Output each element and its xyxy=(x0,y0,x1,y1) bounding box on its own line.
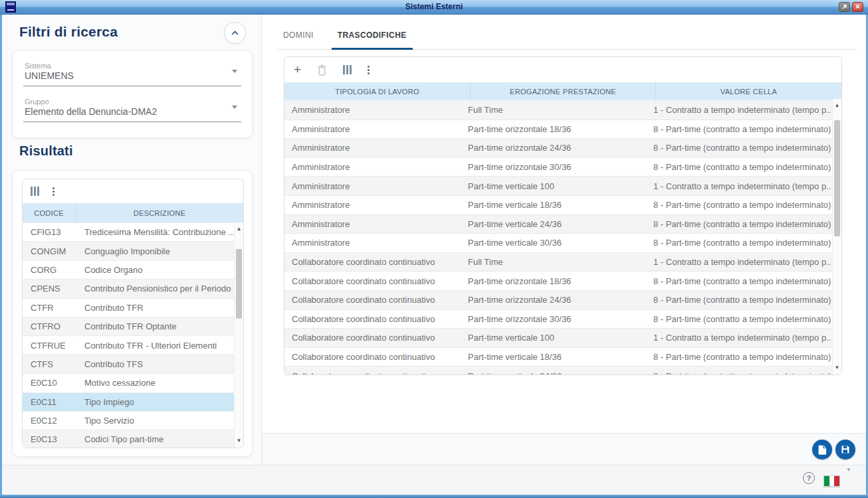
results-row[interactable]: CTFR Contributo TFR xyxy=(23,298,243,317)
help-icon: ? xyxy=(807,474,812,482)
descrizione-cell: Tredicesima Mensilità: Contribuzione ... xyxy=(76,227,234,237)
tab-domini[interactable]: DOMINI xyxy=(277,20,320,50)
descrizione-cell: Contributo Pensionistico per il Periodo xyxy=(76,284,234,293)
scroll-down-icon[interactable]: ▼ xyxy=(833,363,841,373)
trascodifiche-row[interactable]: Collaboratore coordinato continuativo Fu… xyxy=(284,252,841,272)
results-row[interactable]: E0C11 Tipo Impiego xyxy=(23,392,243,411)
results-row[interactable]: E0C12 Tipo Servizio xyxy=(23,411,243,430)
gruppo-select[interactable]: Gruppo Elemento della Denuncia-DMA2 xyxy=(23,96,241,122)
language-caret-icon[interactable]: ▾ xyxy=(847,466,850,473)
scroll-up-icon[interactable]: ▲ xyxy=(235,224,243,234)
trascodifiche-row[interactable]: Collaboratore coordinato continuativo Pa… xyxy=(284,347,841,367)
erogazione-cell: Full Time xyxy=(464,257,649,267)
results-row[interactable]: CORG Codice Organo xyxy=(23,260,243,279)
valore-cell: 8 - Part-time (contratto a tempo indeter… xyxy=(649,371,831,375)
scroll-up-icon[interactable]: ▲ xyxy=(833,101,841,110)
descrizione-cell: Motivo cessazione xyxy=(76,378,234,388)
results-row[interactable]: CONGIM Conguaglio Imponibile xyxy=(23,241,243,260)
trascodifiche-row[interactable]: Collaboratore coordinato continuativo Pa… xyxy=(284,290,841,309)
erogazione-cell: Part-time verticale 18/36 xyxy=(464,200,649,210)
tipologia-cell: Collaboratore coordinato continuativo xyxy=(284,371,464,375)
tipologia-column-header: TIPOLOGIA DI LAVORO xyxy=(284,82,471,100)
descrizione-cell: Tipo Impiego xyxy=(76,397,234,407)
help-button[interactable]: ? xyxy=(803,472,815,484)
trascodifiche-row[interactable]: Amministratore Part-time verticale 30/36… xyxy=(284,233,841,252)
sistema-select[interactable]: Sistema UNIEMENS xyxy=(23,60,241,86)
results-row[interactable]: E0C10 Motivo cessazione xyxy=(23,373,243,392)
gruppo-label: Gruppo xyxy=(25,98,240,106)
save-button[interactable] xyxy=(835,440,855,459)
trascodifiche-row[interactable]: Amministratore Part-time orizzontale 24/… xyxy=(284,138,841,157)
trascodifiche-row[interactable]: Amministratore Part-time verticale 100 1… xyxy=(284,176,841,195)
tipologia-cell: Amministratore xyxy=(284,105,464,115)
more-options-button[interactable] xyxy=(53,185,54,198)
descrizione-cell: Contributo TFR Optante xyxy=(76,321,234,331)
italy-flag-icon xyxy=(824,476,829,486)
scroll-down-icon[interactable]: ▼ xyxy=(235,436,243,446)
trascodifiche-row[interactable]: Amministratore Part-time orizzontale 30/… xyxy=(284,157,841,177)
filter-card: Sistema UNIEMENS Gruppo Elemento della D… xyxy=(12,50,253,138)
scrollbar-thumb[interactable] xyxy=(236,249,242,319)
trascodifiche-row[interactable]: Collaboratore coordinato continuativo Pa… xyxy=(284,366,841,375)
columns-icon xyxy=(343,65,352,74)
trascodifiche-row[interactable]: Amministratore Part-time orizzontale 18/… xyxy=(284,120,841,139)
descrizione-cell: Codice Organo xyxy=(76,265,234,275)
filters-title: Filtri di ricerca xyxy=(19,24,118,40)
trash-icon xyxy=(317,64,327,76)
trascodifiche-row[interactable]: Amministratore Part-time verticale 24/36… xyxy=(284,214,841,234)
restore-icon xyxy=(841,3,848,11)
dropdown-arrow-icon xyxy=(232,70,237,73)
tipologia-cell: Collaboratore coordinato continuativo xyxy=(284,257,464,267)
add-row-button[interactable]: + xyxy=(294,63,301,76)
erogazione-cell: Part-time orizzontale 18/36 xyxy=(464,276,649,286)
trascodifiche-row[interactable]: Collaboratore coordinato continuativo Pa… xyxy=(284,328,841,347)
erogazione-cell: Full Time xyxy=(464,105,649,115)
codice-cell: CPENS xyxy=(23,284,76,293)
new-document-button[interactable] xyxy=(812,440,832,459)
trascodifiche-scrollbar[interactable]: ▲ ▼ xyxy=(832,99,841,374)
results-row[interactable]: CFIG13 Tredicesima Mensilità: Contribuzi… xyxy=(23,222,243,241)
scrollbar-thumb[interactable] xyxy=(834,120,840,236)
results-row[interactable]: CTFRUE Contributo TFR - Ulteriori Elemen… xyxy=(23,335,243,354)
results-scrollbar[interactable]: ▲ ▼ xyxy=(234,222,243,448)
results-row[interactable]: CTFS Contributo TFS xyxy=(23,355,243,373)
close-window-button[interactable]: × xyxy=(852,2,863,12)
erogazione-cell: Part-time orizzontale 24/36 xyxy=(464,143,649,153)
kebab-icon xyxy=(368,66,370,74)
codice-cell: CONGIM xyxy=(23,246,76,256)
codice-column-header: CODICE xyxy=(23,203,76,222)
tab-trascodifiche[interactable]: TRASCODIFICHE xyxy=(332,20,413,50)
tipologia-cell: Amministratore xyxy=(284,200,464,210)
erogazione-cell: Part-time verticale 100 xyxy=(464,333,649,343)
erogazione-cell: Part-time orizzontale 18/36 xyxy=(464,124,649,134)
collapse-filters-button[interactable] xyxy=(224,22,246,44)
results-row[interactable]: CPENS Contributo Pensionistico per il Pe… xyxy=(23,279,243,297)
trascodifiche-row[interactable]: Collaboratore coordinato continuativo Pa… xyxy=(284,271,841,290)
erogazione-cell: Part-time verticale 18/36 xyxy=(464,352,649,362)
more-options-button[interactable] xyxy=(368,63,370,76)
results-row[interactable]: E0C13 Codici Tipo part-time xyxy=(23,430,243,448)
results-row[interactable]: CTFRO Contributo TFR Optante xyxy=(23,317,243,335)
valore-cell: 8 - Part-time (contratto a tempo indeter… xyxy=(649,200,831,210)
status-footer: ? ▾ xyxy=(2,465,866,495)
columns-button[interactable] xyxy=(31,185,39,198)
trascodifiche-row[interactable]: Amministratore Full Time 1 - Contratto a… xyxy=(284,100,841,120)
delete-row-button[interactable] xyxy=(317,63,327,76)
valore-cell: 1 - Contratto a tempo indeterminato (tem… xyxy=(649,257,831,267)
trascodifiche-row[interactable]: Collaboratore coordinato continuativo Pa… xyxy=(284,309,841,329)
window-frame-bottom xyxy=(0,495,868,498)
results-table-body: CFIG13 Tredicesima Mensilità: Contribuzi… xyxy=(23,222,243,448)
language-selector[interactable] xyxy=(823,475,840,487)
results-table: CODICE DESCRIZIONE CFIG13 Tredicesima Me… xyxy=(22,179,244,448)
restore-window-button[interactable] xyxy=(839,2,850,12)
descrizione-cell: Contributo TFR xyxy=(76,303,234,313)
valore-cell: 8 - Part-time (contratto a tempo indeter… xyxy=(649,162,831,172)
trascodifiche-row[interactable]: Amministratore Part-time verticale 18/36… xyxy=(284,195,841,214)
columns-button[interactable] xyxy=(343,63,352,76)
erogazione-cell: Part-time orizzontale 30/36 xyxy=(464,162,649,172)
valore-cell: 8 - Part-time (contratto a tempo indeter… xyxy=(649,143,831,153)
valore-cell: 8 - Part-time (contratto a tempo indeter… xyxy=(649,219,831,229)
descrizione-cell: Codici Tipo part-time xyxy=(76,434,234,444)
valore-cell: 8 - Part-time (contratto a tempo indeter… xyxy=(649,124,831,134)
valore-cell: 8 - Part-time (contratto a tempo indeter… xyxy=(649,276,831,286)
